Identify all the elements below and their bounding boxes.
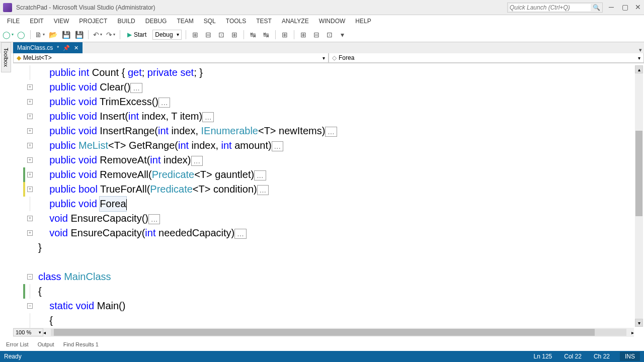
toolbox-panel-tab[interactable]: Toolbox [1,42,11,72]
menu-sql[interactable]: SQL [200,17,220,26]
pin-icon[interactable]: 📌 [63,45,70,51]
tab-overflow-button[interactable]: ▾ [639,47,642,53]
menu-team[interactable]: TEAM [173,17,197,26]
tool-btn[interactable]: ⊟ [203,30,213,40]
save-all-button[interactable]: 💾 [74,30,84,40]
close-button[interactable]: ✕ [635,5,641,11]
change-marker [23,167,25,182]
fold-button[interactable]: + [27,187,33,192]
fold-button[interactable]: + [27,216,33,221]
tool-btn[interactable]: ↹ [261,30,271,40]
menu-edit[interactable]: EDIT [26,17,47,26]
folded-region[interactable]: ... [272,141,283,151]
folded-region[interactable]: ... [148,214,160,224]
status-ready: Ready [4,353,22,360]
folded-region[interactable]: ... [158,98,170,108]
fold-button[interactable]: + [27,157,33,163]
fold-button[interactable]: + [27,143,33,148]
horizontal-scrollbar[interactable] [51,329,626,336]
text-caret [126,199,127,210]
menu-file[interactable]: FILE [3,17,24,26]
start-debug-button[interactable]: ▶Start [124,30,149,39]
folded-region[interactable]: ... [202,112,214,122]
class-selector[interactable]: ◆ MeList<T> [13,53,329,63]
toolbar-separator [275,30,276,39]
folded-region[interactable]: ... [234,229,246,239]
fold-button[interactable]: − [27,274,33,280]
scroll-left-button[interactable]: ◂ [43,330,46,335]
quick-launch-input[interactable]: 🔍 [507,3,603,13]
config-select[interactable]: Debug [152,30,181,40]
undo-button[interactable]: ↶ [93,30,103,40]
menu-window[interactable]: WINDOW [315,17,350,26]
hscroll-row: 100 % ◂ ▸ [13,328,634,337]
open-file-button[interactable]: 📂 [48,30,58,40]
toolbar-separator [120,30,120,39]
maximize-button[interactable]: ▢ [622,5,628,11]
fold-button[interactable]: + [27,128,33,134]
hscroll-thumb[interactable] [54,329,595,336]
play-icon: ▶ [127,31,132,38]
menu-tools[interactable]: TOOLS [222,17,250,26]
folded-region[interactable]: ... [130,83,142,93]
scroll-down-button[interactable]: ▾ [635,319,643,327]
start-label: Start [134,31,146,38]
nav-back-button[interactable]: ◯ [3,30,13,40]
menu-build[interactable]: BUILD [113,17,139,26]
tab-error-list[interactable]: Error List [2,340,33,348]
tool-btn[interactable]: ⊡ [216,30,226,40]
tool-btn[interactable]: ⊞ [280,30,290,40]
scroll-up-button[interactable]: ▴ [635,65,643,73]
member-selector[interactable]: ◇ Forea [329,53,644,63]
new-project-button[interactable]: 🗎 [35,30,45,40]
redo-button[interactable]: ↷ [106,30,116,40]
tool-btn[interactable]: ⊞ [298,30,308,40]
scroll-thumb[interactable] [635,131,642,216]
tool-btn[interactable]: ↹ [248,30,258,40]
zoom-select[interactable]: 100 % [13,328,43,336]
bottom-panel-tabs: Error List Output Find Results 1 [2,339,103,350]
scroll-right-button[interactable]: ▸ [631,330,634,335]
menu-view[interactable]: VIEW [50,17,73,26]
status-line: Ln 125 [534,353,552,360]
tool-btn[interactable]: ⊡ [325,30,335,40]
current-line[interactable]: public void Forea [13,197,634,211]
quick-launch-field[interactable] [510,4,591,11]
class-icon: ◆ [17,54,21,61]
fold-button[interactable]: + [27,230,33,236]
status-col: Col 22 [564,353,582,360]
toolbar: ◯ ◯ 🗎 📂 💾 💾 ↶ ↷ ▶Start Debug ⊞ ⊟ ⊡ ⊞ ↹ ↹… [0,27,644,42]
tab-output[interactable]: Output [34,340,58,348]
close-tab-icon[interactable]: ✕ [74,45,78,51]
menu-debug[interactable]: DEBUG [141,17,171,26]
nav-bar: ◆ MeList<T> ◇ Forea [13,53,644,63]
menu-analyze[interactable]: ANALYZE [278,17,313,26]
fold-button[interactable]: − [27,303,33,309]
folded-region[interactable]: ... [257,185,269,195]
menu-test[interactable]: TEST [252,17,276,26]
fold-button[interactable]: + [27,84,33,90]
member-label: Forea [339,54,354,61]
fold-button[interactable]: + [27,114,33,119]
code-editor[interactable]: public int Count { get; private set; } +… [13,65,634,337]
tool-btn[interactable]: ⊞ [190,30,200,40]
menu-project[interactable]: PROJECT [75,17,111,26]
toolbar-separator [186,30,186,39]
fold-button[interactable]: + [27,99,33,105]
tab-mainclass[interactable]: MainClass.cs* 📌 ✕ [13,42,83,53]
tool-btn[interactable]: ⊟ [311,30,321,40]
toolbar-overflow[interactable]: ▾ [338,30,348,40]
save-button[interactable]: 💾 [61,30,71,40]
fold-button[interactable]: + [27,172,33,177]
tab-find-results[interactable]: Find Results 1 [59,340,103,348]
folded-region[interactable]: ... [325,127,337,137]
minimize-button[interactable]: ─ [609,5,615,11]
menu-bar: FILE EDIT VIEW PROJECT BUILD DEBUG TEAM … [0,15,644,27]
nav-forward-button[interactable]: ◯ [16,30,26,40]
folded-region[interactable]: ... [191,156,203,166]
search-icon: 🔍 [593,4,600,11]
vertical-scrollbar[interactable]: ▴ ▾ [635,65,643,327]
folded-region[interactable]: ... [254,170,266,180]
tool-btn[interactable]: ⊞ [229,30,239,40]
menu-help[interactable]: HELP [351,17,375,26]
